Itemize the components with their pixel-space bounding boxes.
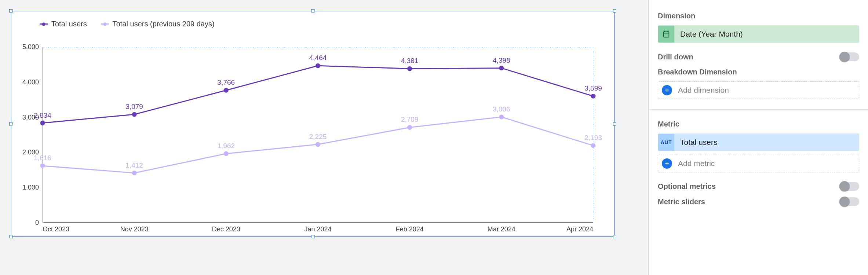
data-point[interactable] xyxy=(407,66,412,71)
breakdown-section-label: Breakdown Dimension xyxy=(658,68,859,76)
add-dimension-button[interactable]: + Add dimension xyxy=(658,81,859,99)
metric-chip[interactable]: AUT Total users xyxy=(658,133,859,151)
drilldown-toggle[interactable] xyxy=(840,52,859,61)
data-point[interactable] xyxy=(591,143,596,148)
selection-handle-tc[interactable] xyxy=(311,9,314,12)
plus-icon: + xyxy=(662,158,672,169)
data-point[interactable] xyxy=(132,112,137,117)
x-tick: Apr 2024 xyxy=(566,225,593,233)
x-tick: Dec 2023 xyxy=(212,225,240,233)
selection-handle-bl[interactable] xyxy=(9,235,12,238)
x-tick: Oct 2023 xyxy=(43,225,69,233)
legend-marker-prev xyxy=(101,22,109,26)
y-tick: 5,000 xyxy=(22,43,39,51)
panel-divider xyxy=(649,109,868,110)
canvas-area: Total users Total users (previous 209 da… xyxy=(0,0,649,275)
chart-selection-frame[interactable]: Total users Total users (previous 209 da… xyxy=(11,11,614,236)
add-metric-text: Add metric xyxy=(678,159,715,168)
metric-sliders-toggle[interactable] xyxy=(840,197,859,206)
metric-section-label: Metric xyxy=(658,120,859,128)
calendar-icon xyxy=(658,26,674,43)
chart-plot-area: 01,0002,0003,0004,0005,000Oct 2023Nov 20… xyxy=(43,47,593,223)
drilldown-label: Drill down xyxy=(658,53,693,61)
data-point[interactable] xyxy=(316,63,320,68)
selection-handle-tl[interactable] xyxy=(9,9,12,12)
data-point[interactable] xyxy=(591,94,596,99)
chart-card: Total users Total users (previous 209 da… xyxy=(11,11,614,236)
legend-item-main[interactable]: Total users xyxy=(40,20,87,28)
data-point[interactable] xyxy=(224,88,229,93)
y-tick: 1,000 xyxy=(22,184,39,191)
chart-svg xyxy=(43,47,593,223)
x-tick: Jan 2024 xyxy=(304,225,331,233)
dimension-chip-text: Date (Year Month) xyxy=(674,30,743,38)
data-point[interactable] xyxy=(40,121,45,125)
legend-label-main: Total users xyxy=(51,20,87,28)
data-point[interactable] xyxy=(499,66,504,70)
data-point[interactable] xyxy=(224,151,229,156)
plus-icon: + xyxy=(662,85,672,95)
metric-type-badge: AUT xyxy=(658,134,674,151)
selection-handle-bc[interactable] xyxy=(311,235,314,238)
dimension-chip[interactable]: Date (Year Month) xyxy=(658,25,859,43)
optional-metrics-toggle[interactable] xyxy=(840,182,859,191)
data-point[interactable] xyxy=(40,164,45,168)
y-tick: 0 xyxy=(35,219,39,227)
selection-handle-br[interactable] xyxy=(613,235,616,238)
selection-handle-tr[interactable] xyxy=(613,9,616,12)
x-tick: Nov 2023 xyxy=(120,225,149,233)
data-point[interactable] xyxy=(132,170,137,175)
dimension-section-label: Dimension xyxy=(658,12,859,20)
data-point[interactable] xyxy=(407,125,412,130)
metric-sliders-label: Metric sliders xyxy=(658,198,705,206)
legend-label-prev: Total users (previous 209 days) xyxy=(113,20,215,28)
optional-metrics-label: Optional metrics xyxy=(658,182,716,191)
metric-chip-text: Total users xyxy=(674,138,718,147)
add-metric-button[interactable]: + Add metric xyxy=(658,155,859,172)
legend-marker-main xyxy=(40,22,48,26)
x-tick: Mar 2024 xyxy=(488,225,515,233)
properties-panel: Dimension Date (Year Month) Drill down B… xyxy=(649,0,868,275)
y-tick: 4,000 xyxy=(22,78,39,86)
add-dimension-text: Add dimension xyxy=(678,86,729,95)
x-tick: Feb 2024 xyxy=(396,225,424,233)
selection-handle-ml[interactable] xyxy=(9,122,12,125)
chart-legend: Total users Total users (previous 209 da… xyxy=(40,20,215,28)
y-tick: 2,000 xyxy=(22,148,39,156)
selection-handle-mr[interactable] xyxy=(613,122,616,125)
y-tick: 3,000 xyxy=(22,113,39,121)
legend-item-prev[interactable]: Total users (previous 209 days) xyxy=(101,20,215,28)
data-point[interactable] xyxy=(316,142,320,147)
data-point[interactable] xyxy=(499,115,504,120)
